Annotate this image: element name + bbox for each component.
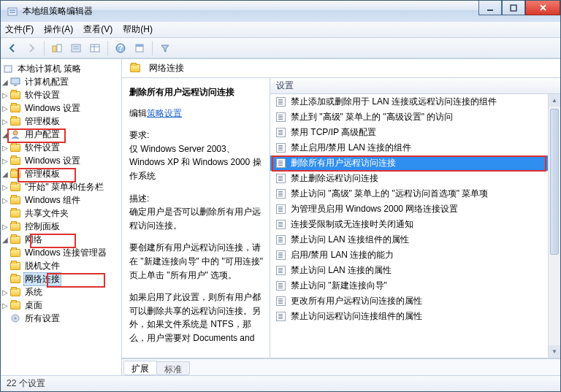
list-item[interactable]: 禁止删除远程访问连接 — [270, 171, 560, 186]
tree-item[interactable]: 系统 — [23, 285, 44, 299]
tree-network-connections[interactable]: 网络连接 — [23, 272, 61, 286]
svg-rect-19 — [14, 85, 17, 86]
scroll-up-icon[interactable]: ▲ — [549, 94, 560, 107]
scroll-down-icon[interactable]: ▼ — [549, 345, 560, 358]
maximize-button[interactable] — [502, 1, 525, 15]
nav-tree[interactable]: 本地计算机 策略 ◢计算机配置 ▷软件设置 ▷Windows 设置 ▷管理模板 … — [1, 59, 122, 375]
tree-item[interactable]: 脱机文件 — [23, 259, 61, 273]
tree-item[interactable]: 共享文件夹 — [23, 207, 70, 220]
filter-button[interactable] — [156, 39, 174, 57]
menu-action[interactable]: 操作(A) — [44, 23, 73, 36]
gear-icon — [9, 313, 21, 323]
app-icon — [7, 6, 18, 18]
list-item[interactable]: 删除所有用户远程访问连接 — [270, 155, 560, 171]
list-item-label: 禁止添加或删除用于 LAN 连接或远程访问连接的组件 — [291, 96, 497, 108]
list-item[interactable]: 禁止添加或删除用于 LAN 连接或远程访问连接的组件 — [270, 94, 560, 109]
view-folder-button[interactable] — [48, 39, 66, 57]
list-item[interactable]: 禁止到 "高级" 菜单上的 "高级设置" 的访问 — [270, 109, 560, 125]
menu-view[interactable]: 查看(V) — [83, 23, 112, 36]
content-area: 删除所有用户远程访问连接 编辑策略设置 要求: 仅 Windows Server… — [122, 78, 560, 358]
body: 本地计算机 策略 ◢计算机配置 ▷软件设置 ▷Windows 设置 ▷管理模板 … — [1, 58, 560, 375]
tree-item[interactable]: 管理模板 — [23, 115, 61, 128]
path-bar: 网络连接 — [122, 59, 560, 78]
policy-item-icon — [275, 112, 286, 123]
list-header[interactable]: 设置 — [270, 78, 560, 94]
nav-back-button[interactable] — [4, 39, 21, 57]
list-item-label: 为管理员启用 Windows 2000 网络连接设置 — [291, 203, 458, 215]
window-title: 本地组策略编辑器 — [23, 5, 93, 18]
list-item-label: 禁止访问 LAN 连接的属性 — [291, 264, 392, 277]
tree-item[interactable]: 软件设置 — [23, 141, 61, 155]
list-item[interactable]: 更改所有用户远程访问连接的属性 — [270, 293, 560, 309]
list-item-label: 禁止访问 LAN 连接组件的属性 — [291, 234, 409, 246]
help-button[interactable]: ? — [112, 39, 129, 57]
detail-pane: 删除所有用户远程访问连接 编辑策略设置 要求: 仅 Windows Server… — [122, 78, 270, 358]
list-item-label: 禁止访问远程访问连接组件的属性 — [291, 310, 422, 323]
policy-item-icon — [275, 96, 286, 108]
tab-standard[interactable]: 标准 — [156, 361, 190, 375]
svg-rect-4 — [511, 5, 516, 11]
svg-text:?: ? — [118, 43, 123, 53]
list-item[interactable]: 禁止访问 LAN 连接组件的属性 — [270, 232, 560, 247]
toolbar: ? — [1, 38, 560, 58]
scroll-thumb[interactable] — [550, 109, 559, 255]
policy-item-icon — [275, 219, 286, 231]
menubar: 文件(F) 操作(A) 查看(V) 帮助(H) — [1, 22, 560, 38]
list-item-label: 禁止访问 "高级" 菜单上的 "远程访问首选项" 菜单项 — [291, 188, 488, 200]
policy-item-icon — [275, 127, 286, 139]
window-buttons — [478, 1, 560, 15]
list-body[interactable]: 禁止添加或删除用于 LAN 连接或远程访问连接的组件禁止到 "高级" 菜单上的 … — [270, 94, 560, 358]
list-item[interactable]: 连接受限制或无连接时关闭通知 — [270, 217, 560, 232]
list-item[interactable]: 禁止访问 LAN 连接的属性 — [270, 263, 560, 278]
menu-help[interactable]: 帮助(H) — [123, 23, 153, 36]
minimize-button[interactable] — [478, 1, 502, 15]
view-list-button[interactable] — [67, 39, 85, 57]
tree-item[interactable]: 桌面 — [23, 299, 44, 312]
close-button[interactable] — [525, 1, 560, 15]
scrollbar[interactable]: ▲ ▼ — [548, 94, 560, 358]
list-item[interactable]: 禁止访问远程访问连接组件的属性 — [270, 309, 560, 324]
tree-item[interactable]: "开始" 菜单和任务栏 — [23, 180, 105, 194]
edit-policy-link[interactable]: 策略设置 — [147, 108, 182, 118]
list-item[interactable]: 启用/禁用 LAN 连接的能力 — [270, 247, 560, 263]
list-item-label: 启用/禁用 LAN 连接的能力 — [291, 249, 394, 261]
list-item[interactable]: 禁止启用/禁用 LAN 连接的组件 — [270, 140, 560, 155]
policy-item-icon — [275, 142, 286, 154]
list-item-label: 连接受限制或无连接时关闭通知 — [291, 218, 413, 231]
tree-item[interactable]: Windows 设置 — [23, 101, 82, 115]
tree-root[interactable]: 本地计算机 策略 — [16, 62, 83, 76]
right-pane: 网络连接 删除所有用户远程访问连接 编辑策略设置 要求: 仅 Windows S… — [122, 59, 560, 375]
list-item[interactable]: 禁止访问 "新建连接向导" — [270, 278, 560, 293]
tree-item[interactable]: Windows 连接管理器 — [23, 246, 108, 260]
list-item[interactable]: 禁用 TCP/IP 高级配置 — [270, 125, 560, 140]
policy-item-icon — [275, 280, 286, 292]
svg-point-22 — [15, 318, 17, 320]
tree-computer-config[interactable]: 计算机配置 — [23, 75, 70, 89]
tree-admin-templates[interactable]: 管理模板 — [23, 167, 61, 181]
svg-rect-2 — [9, 12, 15, 13]
svg-rect-6 — [57, 45, 61, 52]
svg-rect-7 — [72, 45, 80, 52]
tree-item[interactable]: 控制面板 — [23, 220, 61, 234]
list-item[interactable]: 为管理员启用 Windows 2000 网络连接设置 — [270, 201, 560, 217]
nav-forward-button[interactable] — [23, 39, 40, 57]
requirements-label: 要求: — [129, 128, 264, 142]
tree-item[interactable]: Windows 设置 — [23, 154, 82, 168]
menu-file[interactable]: 文件(F) — [5, 23, 34, 36]
tree-user-config[interactable]: 用户配置 — [23, 128, 61, 142]
svg-rect-3 — [487, 9, 493, 11]
tree-item[interactable]: Windows 组件 — [23, 193, 82, 207]
tab-extended[interactable]: 扩展 — [123, 361, 157, 375]
tree-item[interactable]: 所有设置 — [23, 312, 61, 326]
policy-item-icon — [275, 188, 286, 200]
status-bar: 22 个设置 — [1, 375, 560, 391]
properties-button[interactable] — [131, 39, 148, 57]
tree-item[interactable]: 软件设置 — [23, 88, 61, 102]
tree-network[interactable]: 网络 — [23, 233, 44, 247]
tabs: 扩展 标准 — [122, 358, 560, 375]
svg-rect-1 — [9, 9, 15, 11]
list-item[interactable]: 禁止访问 "高级" 菜单上的 "远程访问首选项" 菜单项 — [270, 186, 560, 201]
user-icon — [9, 129, 21, 139]
view-details-button[interactable] — [86, 39, 104, 57]
list-item-label: 禁止删除远程访问连接 — [291, 172, 378, 185]
